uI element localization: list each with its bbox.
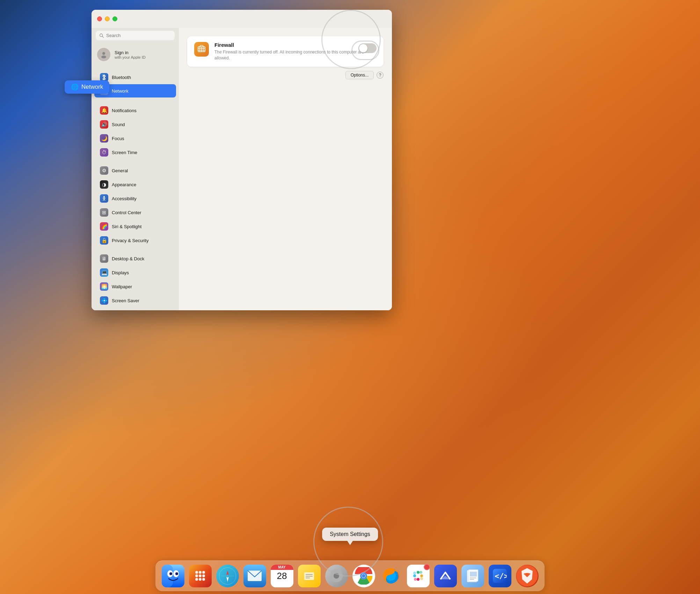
system-settings-icon [325, 565, 348, 587]
controlcenter-icon: ⊞ [100, 208, 108, 217]
notes-icon [298, 565, 321, 587]
dock-item-xcode[interactable]: </> [487, 563, 512, 588]
dock-item-mimestream[interactable] [433, 563, 458, 588]
svg-rect-72 [414, 578, 417, 581]
svg-point-27 [175, 572, 178, 575]
sidebar-item-screensaver[interactable]: 💠 Screen Saver [94, 294, 176, 307]
svg-rect-65 [413, 574, 416, 577]
dock-item-firefox[interactable] [378, 563, 403, 588]
system-settings-tooltip: System Settings [322, 528, 378, 541]
dock-item-mail[interactable] [242, 563, 267, 588]
sidebar-item-label-screentime: Screen Time [112, 150, 137, 155]
slack-badge [424, 564, 430, 570]
svg-rect-70 [420, 577, 423, 580]
dock-item-finder[interactable] [160, 563, 185, 588]
firewall-card: Firewall The Firewall is currently turne… [187, 36, 384, 67]
accessibility-icon [100, 194, 108, 203]
svg-rect-50 [336, 570, 337, 572]
firewall-text: Firewall The Firewall is currently turne… [214, 42, 377, 61]
sidebar-item-label-focus: Focus [112, 136, 124, 141]
dock-item-system-settings[interactable] [324, 563, 349, 588]
signin-main: Sign in [115, 50, 146, 55]
mimestream-icon [434, 565, 457, 587]
svg-rect-75 [470, 572, 477, 577]
privacy-icon: 🔒 [100, 236, 108, 245]
svg-line-1 [102, 36, 104, 37]
svg-rect-66 [413, 572, 416, 574]
svg-point-32 [199, 574, 202, 577]
calendar-icon: MAY 28 [271, 565, 293, 587]
options-button[interactable]: Options... [345, 71, 374, 79]
sidebar-item-general[interactable]: ⚙ General [94, 164, 176, 177]
sidebar-item-focus[interactable]: 🌙 Focus [94, 132, 176, 145]
firefox-icon [380, 565, 402, 587]
close-button[interactable] [97, 16, 102, 21]
sidebar-item-displays[interactable]: 💻 Displays [94, 266, 176, 279]
sidebar-item-screentime[interactable]: ⏱ Screen Time [94, 146, 176, 159]
sidebar-item-label-privacy: Privacy & Security [112, 238, 148, 243]
titlebar [92, 10, 392, 28]
desktop-icon: 🖥 [100, 254, 108, 263]
dock-item-launchpad[interactable] [188, 563, 213, 588]
svg-rect-67 [417, 571, 420, 574]
traffic-lights [97, 16, 117, 21]
sidebar-item-siri[interactable]: 🌈 Siri & Spotlight [94, 220, 176, 233]
signin-item[interactable]: Sign in with your Apple ID [92, 44, 179, 65]
svg-line-19 [200, 45, 200, 47]
svg-point-29 [199, 571, 202, 574]
dock-item-brave[interactable] [515, 563, 540, 588]
sidebar-item-appearance[interactable]: ◑ Appearance [94, 178, 176, 191]
signin-sub: with your Apple ID [115, 55, 146, 59]
sidebar-item-label-displays: Displays [112, 270, 129, 275]
calendar-day: 28 [277, 571, 287, 581]
finder-icon [162, 565, 184, 587]
sidebar-item-sound[interactable]: 🔊 Sound [94, 118, 176, 131]
minimize-button[interactable] [105, 16, 110, 21]
dock-item-safari[interactable] [215, 563, 240, 588]
search-bar[interactable] [96, 31, 175, 40]
svg-point-49 [334, 573, 339, 579]
help-button[interactable]: ? [377, 72, 384, 79]
svg-line-12 [104, 199, 105, 201]
toggle-knob [359, 44, 367, 52]
sidebar-item-label-sound: Sound [112, 122, 125, 127]
screensaver-icon: 💠 [100, 296, 108, 305]
sidebar-item-accessibility[interactable]: Accessibility [94, 192, 176, 205]
siri-icon: 🌈 [100, 222, 108, 231]
xcode-icon: </> [489, 565, 511, 587]
sidebar-item-controlcenter[interactable]: ⊞ Control Center [94, 206, 176, 219]
notifications-icon: 🔔 [100, 106, 108, 115]
window-body: Sign in with your Apple ID [92, 28, 392, 310]
svg-text:</>: </> [495, 572, 507, 580]
svg-point-35 [199, 578, 202, 581]
network-tooltip: 🌐 Network [65, 80, 109, 94]
sidebar-item-wallpaper[interactable]: 🌅 Wallpaper [94, 280, 176, 293]
svg-point-36 [202, 578, 205, 581]
chrome-icon [352, 565, 375, 587]
sidebar-item-label-screensaver: Screen Saver [112, 298, 139, 303]
dock-item-notes[interactable] [297, 563, 322, 588]
sidebar-item-privacy[interactable]: 🔒 Privacy & Security [94, 234, 176, 247]
dock-item-calendar[interactable]: MAY 28 [269, 563, 294, 588]
avatar [97, 48, 110, 61]
dock: MAY 28 [155, 560, 545, 591]
signin-text: Sign in with your Apple ID [115, 50, 146, 59]
svg-point-2 [102, 52, 105, 55]
maximize-button[interactable] [112, 16, 117, 21]
svg-point-62 [362, 574, 365, 578]
firewall-toggle[interactable] [358, 43, 377, 53]
search-input[interactable] [106, 33, 171, 38]
dock-item-slack[interactable] [406, 563, 431, 588]
svg-point-34 [195, 578, 198, 581]
appearance-icon: ◑ [100, 180, 108, 189]
sidebar-item-label-controlcenter: Control Center [112, 210, 141, 215]
dock-item-preview[interactable] [460, 563, 485, 588]
sidebar-item-label-network: Network [112, 88, 129, 94]
sidebar-item-notifications[interactable]: 🔔 Notifications [94, 104, 176, 117]
sidebar-item-desktop[interactable]: 🖥 Desktop & Dock [94, 252, 176, 265]
sidebar-item-label-appearance: Appearance [112, 182, 136, 187]
sidebar-item-battery[interactable]: 🔋 Battery [94, 308, 176, 310]
dock-item-chrome[interactable] [351, 563, 376, 588]
firewall-title: Firewall [214, 42, 377, 48]
sidebar: Sign in with your Apple ID [92, 28, 179, 310]
